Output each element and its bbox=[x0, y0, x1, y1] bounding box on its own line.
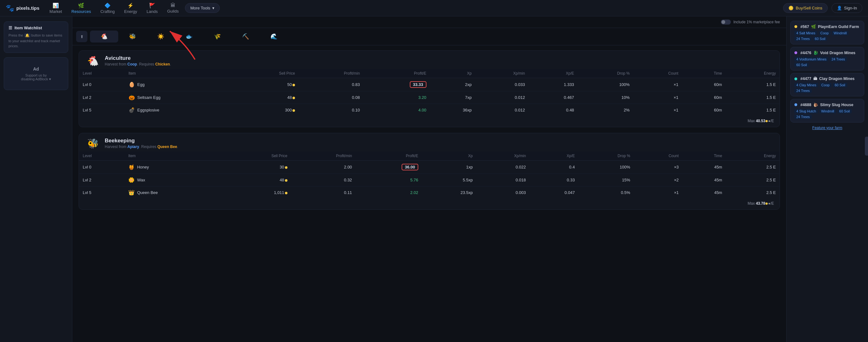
col-header: Xp/E bbox=[530, 151, 579, 161]
cell-count: ×1 bbox=[634, 187, 682, 199]
cell-xp-e: 1.333 bbox=[529, 78, 578, 91]
cell-xp-min: 0.018 bbox=[476, 174, 530, 187]
ad-label: Ad bbox=[8, 66, 64, 72]
col-header: Profit/E bbox=[364, 69, 430, 78]
farm-tags: 4 Clay MinesCoop60 Soil24 Trees bbox=[795, 83, 860, 93]
tab-beekeeping[interactable]: 🐝 bbox=[118, 31, 147, 42]
fee-toggle[interactable] bbox=[721, 20, 731, 25]
logo-icon: 🐾 bbox=[6, 4, 14, 12]
nav-item-lands[interactable]: 🚩 Lands bbox=[142, 1, 162, 16]
tab-foraging[interactable]: ☀️ bbox=[147, 31, 175, 42]
ad-card: Ad Support us by disabling AdBlock ♥ bbox=[4, 57, 68, 90]
watchlist-icon: ☰ bbox=[8, 26, 12, 30]
farm-tag: 4 Clay Mines bbox=[795, 83, 818, 87]
farm-sub-icon: 🏔 bbox=[813, 77, 817, 81]
cell-drop: 10% bbox=[578, 91, 633, 104]
cell-profit-e: 36.00 bbox=[356, 161, 422, 174]
farm-tags: 4 Voidtonium Mines24 Trees60 Soil bbox=[795, 57, 860, 67]
right-sidebar: #567 🌿 PlaynEarn Guild Farm 4 Salt Mines… bbox=[786, 17, 868, 342]
col-header: Energy bbox=[726, 151, 780, 161]
cell-time: 60m bbox=[682, 104, 726, 116]
table-footer: Max 40.53●/E bbox=[79, 116, 780, 127]
chevron-down-icon: ▾ bbox=[212, 6, 215, 10]
left-sidebar: ☰ Item Watchlist Press the 🔔 button to s… bbox=[0, 17, 72, 342]
cell-level: Lvl 2 bbox=[79, 91, 125, 104]
cell-xp-e: 0.467 bbox=[529, 91, 578, 104]
feature-farm-link[interactable]: Feature your farm bbox=[790, 126, 864, 130]
tab-water[interactable]: 🌊 bbox=[260, 31, 288, 42]
farm-tag: Windmill bbox=[819, 109, 836, 113]
coin-icon bbox=[285, 192, 287, 194]
cell-profit-e: 3.20 bbox=[364, 91, 430, 104]
cell-energy: 1.5 E bbox=[726, 91, 780, 104]
max-value: 40.53 bbox=[756, 119, 765, 123]
col-header: Drop % bbox=[579, 151, 634, 161]
market-icon: 📊 bbox=[53, 2, 59, 8]
scroll-edge[interactable] bbox=[865, 137, 868, 155]
item-name: Wax bbox=[137, 178, 145, 182]
watchlist-title: ☰ Item Watchlist bbox=[8, 26, 64, 30]
tab-crops[interactable]: 🌾 bbox=[203, 31, 231, 42]
farm-sub-icon: 🌿 bbox=[811, 24, 816, 29]
farm-card[interactable]: #4688 🐌 Slimy Slug House 4 Slug HutchWin… bbox=[790, 99, 864, 122]
item-icon: 💣 bbox=[129, 107, 135, 113]
cell-level: Lvl 0 bbox=[79, 161, 125, 174]
cell-xp-e: 0.047 bbox=[530, 187, 579, 199]
buy-sell-button[interactable]: 🪙 Buy/Sell Coins bbox=[783, 3, 828, 13]
cell-energy: 2.5 E bbox=[726, 187, 780, 199]
cell-xp: 36xp bbox=[430, 104, 475, 116]
table-row: Lvl 0 🥚 Egg 50 0.83 33.33 2xp 0.033 1.3 bbox=[79, 78, 780, 91]
table-row: Lvl 0 🍯 Honey 30 2.00 36.00 1xp 0.022 0 bbox=[79, 161, 780, 174]
table-row: Lvl 2 🌼 Wax 48 0.32 5.76 5.5xp 0.018 0. bbox=[79, 174, 780, 187]
coin-icon bbox=[285, 166, 287, 169]
site-logo[interactable]: 🐾 pixels.tips bbox=[6, 4, 39, 12]
farm-card[interactable]: #4477 🏔 Clay Dragon Mines 4 Clay MinesCo… bbox=[790, 73, 864, 96]
farm-tag: Windmill bbox=[832, 31, 849, 35]
tab-collapse[interactable]: ⬆ bbox=[76, 31, 87, 42]
cell-profit-min: 0.83 bbox=[299, 78, 364, 91]
section-beekeeping: 🐝 Beekeeping Harvest from Apiary. Requir… bbox=[79, 133, 780, 210]
cell-drop: 2% bbox=[578, 104, 633, 116]
cell-sell-price: 300 bbox=[234, 104, 299, 116]
nav-item-crafting[interactable]: 🔷 Crafting bbox=[96, 1, 119, 16]
nav-item-market[interactable]: 📊 Market bbox=[45, 1, 66, 16]
cell-xp: 23.5xp bbox=[422, 187, 476, 199]
cell-item: 🎃 Seltsam Egg bbox=[125, 91, 234, 104]
farm-tag: 24 Trees bbox=[795, 115, 812, 119]
sign-in-button[interactable]: 👤 Sign-In bbox=[832, 3, 862, 13]
coin-icon bbox=[292, 97, 295, 99]
farm-tag: 24 Trees bbox=[795, 36, 812, 41]
cell-energy: 2.5 E bbox=[726, 174, 780, 187]
item-icon: 🎃 bbox=[129, 94, 135, 101]
farm-card[interactable]: #4476 🐉 Void Dragon Mines 4 Voidtonium M… bbox=[790, 47, 864, 70]
crafting-icon: 🔷 bbox=[104, 2, 111, 8]
farm-id-dot bbox=[795, 51, 797, 54]
farm-card-header: #4476 🐉 Void Dragon Mines bbox=[795, 50, 860, 55]
nav-item-guilds[interactable]: 🏛 Guilds bbox=[163, 1, 183, 16]
col-header: Time bbox=[682, 69, 726, 78]
cell-xp-e: 0.4 bbox=[530, 161, 579, 174]
cell-profit-min: 0.11 bbox=[291, 187, 356, 199]
tab-farming[interactable]: 🐔 bbox=[90, 31, 118, 42]
cell-xp: 2xp bbox=[430, 78, 475, 91]
more-tools-button[interactable]: More Tools ▾ bbox=[185, 3, 219, 13]
farm-tag: 60 Soil bbox=[813, 36, 828, 41]
col-header: Sell Price bbox=[226, 151, 291, 161]
farm-id-dot bbox=[795, 103, 797, 106]
cell-level: Lvl 5 bbox=[79, 104, 125, 116]
tab-fishing[interactable]: 🐟 bbox=[175, 31, 203, 42]
tab-mining[interactable]: ⛏️ bbox=[231, 31, 260, 42]
col-header: Item bbox=[125, 69, 234, 78]
farm-card[interactable]: #567 🌿 PlaynEarn Guild Farm 4 Salt Mines… bbox=[790, 21, 864, 45]
farm-tag: 4 Slug Hutch bbox=[795, 109, 818, 113]
cell-sell-price: 48 bbox=[234, 91, 299, 104]
nav-item-energy[interactable]: ⚡ Energy bbox=[120, 1, 142, 16]
farm-id: #4688 bbox=[800, 103, 811, 107]
col-header: Count bbox=[633, 69, 682, 78]
table-row: Lvl 2 🎃 Seltsam Egg 48 0.08 3.20 7xp 0.0… bbox=[79, 91, 780, 104]
cell-sell-price: 30 bbox=[226, 161, 291, 174]
cell-item: 💣 Eggsplosive bbox=[125, 104, 234, 116]
lands-icon: 🚩 bbox=[149, 2, 155, 8]
nav-item-resources[interactable]: 🌿 Resources bbox=[67, 1, 95, 16]
cell-profit-e: 4.00 bbox=[364, 104, 430, 116]
